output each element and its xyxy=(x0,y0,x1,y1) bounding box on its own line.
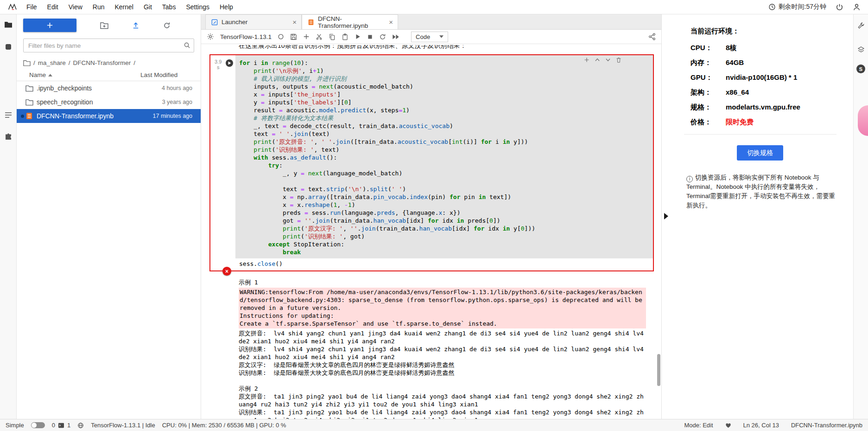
run-all-icon[interactable] xyxy=(392,34,399,40)
breadcrumb-item-dfcnn-transformer[interactable]: DFCNN-Transformer xyxy=(73,59,131,66)
add-cell-icon[interactable] xyxy=(303,33,310,40)
code-line[interactable]: text = ' '.join(text) xyxy=(239,130,649,138)
statusbar-filename: DFCNN-Transformer.ipynb xyxy=(791,422,862,429)
code-line[interactable] xyxy=(239,177,649,185)
delete-cell-icon[interactable] xyxy=(616,57,621,63)
move-up-icon[interactable] xyxy=(595,57,600,63)
markdown-cell-partial[interactable]: 在这里展示出10条语音识别示例：预测拼音及识别结果、原文汉字及识别结果： xyxy=(239,45,661,52)
close-icon[interactable]: × xyxy=(389,19,393,26)
running-sessions[interactable]: 0 1 xyxy=(52,422,70,429)
new-launcher-button[interactable] xyxy=(23,19,76,32)
paste-icon[interactable] xyxy=(342,33,348,40)
run-icon[interactable] xyxy=(355,33,361,40)
file-name: .ipynb_checkpoints xyxy=(37,84,140,92)
user-icon[interactable] xyxy=(853,3,861,11)
home-folder-icon[interactable] xyxy=(23,60,31,66)
spec-row-arch: 架构： x86_64 xyxy=(691,88,853,97)
code-line[interactable]: print('识别结果: ', got) xyxy=(239,232,649,240)
menu-settings[interactable]: Settings xyxy=(181,0,215,14)
menu-file[interactable]: File xyxy=(21,0,42,14)
extensions-icon[interactable] xyxy=(5,133,12,141)
code-line[interactable]: print('原文汉字: ', ''.join(train_data.han_v… xyxy=(239,225,649,232)
notebook-mode[interactable]: Mode: Edit xyxy=(684,422,713,429)
code-line[interactable]: got = ''.join(train_data.han_vocab[idx] … xyxy=(239,217,649,225)
execution-time: 3.9 s xyxy=(215,59,222,70)
tab-launcher[interactable]: Launcher × xyxy=(205,14,302,29)
breadcrumb-item-ma-share[interactable]: ma_share xyxy=(38,59,66,66)
tools-icon[interactable] xyxy=(857,22,865,29)
upload-icon[interactable] xyxy=(132,22,139,29)
code-line[interactable]: preds = sess.run(language.preds, {langua… xyxy=(239,209,649,217)
panel-splitter[interactable] xyxy=(662,14,671,419)
file-row[interactable]: speech_recognition 3 years ago xyxy=(17,95,201,109)
cell-type-select[interactable]: Code xyxy=(411,32,448,42)
code-line[interactable]: y = inputs['the_labels'][0] xyxy=(239,98,649,106)
code-line[interactable]: # 载入训练好的模型, 并进行识别 xyxy=(239,75,649,83)
s-circle-icon[interactable]: S xyxy=(856,64,865,73)
code-line[interactable]: break xyxy=(239,248,649,256)
code-line[interactable]: inputs, outputs = next(acoustic_model_ba… xyxy=(239,83,649,90)
code-line[interactable]: text = text.strip('\n').split(' ') xyxy=(239,185,649,193)
save-icon[interactable] xyxy=(290,33,297,40)
code-line[interactable]: print('原文拼音: ', ' '.join([train_data.aco… xyxy=(239,138,649,146)
refresh-icon[interactable] xyxy=(163,22,171,29)
code-editor-last-line[interactable]: sess.close() xyxy=(235,258,653,270)
menu-view[interactable]: View xyxy=(63,0,88,14)
file-browser-icon[interactable] xyxy=(4,21,13,28)
file-row[interactable]: .ipynb_checkpoints 4 hours ago xyxy=(17,81,201,95)
mascot-sticker-partial[interactable] xyxy=(858,105,868,136)
kernel-settings-icon[interactable] xyxy=(207,33,214,40)
share-icon[interactable] xyxy=(648,33,656,40)
code-line[interactable]: _, text = decode_ctc(result, train_data.… xyxy=(239,122,649,130)
cursor-position[interactable]: Ln 26, Col 13 xyxy=(743,422,779,429)
close-icon[interactable]: × xyxy=(292,19,297,26)
menu-run[interactable]: Run xyxy=(88,0,110,14)
notebook-content[interactable]: 在这里展示出10条语音识别示例：预测拼音及识别结果、原文汉字及识别结果： 3.9… xyxy=(201,44,661,419)
code-line[interactable]: print('\n示例', i+1) xyxy=(239,67,649,75)
insert-cell-icon[interactable] xyxy=(584,57,589,63)
heart-icon[interactable] xyxy=(725,423,731,428)
simple-mode-toggle[interactable] xyxy=(31,422,45,428)
cell-run-indicator-icon[interactable] xyxy=(226,59,233,67)
menu-edit[interactable]: Edit xyxy=(42,0,63,14)
menu-kernel[interactable]: Kernel xyxy=(109,0,138,14)
scrollbar-thumb[interactable] xyxy=(657,354,660,386)
code-line[interactable]: print('识别结果: ', text) xyxy=(239,146,649,154)
menu-help[interactable]: Help xyxy=(215,0,238,14)
layers-icon[interactable] xyxy=(857,46,865,53)
code-line[interactable]: x = np.array([train_data.pin_vocab.index… xyxy=(239,193,649,201)
kernel-status-text[interactable]: TensorFlow-1.13.1 | Idle xyxy=(91,422,155,429)
code-line[interactable]: _, y = next(language_model_batch) xyxy=(239,169,649,177)
tab-notebook[interactable]: DFCNN-Transformer.ipynb × xyxy=(302,14,398,29)
power-icon[interactable] xyxy=(836,3,843,11)
menu-git[interactable]: Git xyxy=(139,0,157,14)
code-line[interactable]: except StopIteration: xyxy=(239,240,649,248)
file-filter-input[interactable] xyxy=(23,39,194,52)
move-down-icon[interactable] xyxy=(605,57,611,63)
code-line[interactable]: result = acoustic.model.predict(x, steps… xyxy=(239,106,649,114)
code-line[interactable]: with sess.as_default(): xyxy=(239,154,649,161)
kernel-name-label[interactable]: TensorFlow-1.13.1 xyxy=(220,33,272,40)
code-line[interactable]: x = inputs['the_inputs'] xyxy=(239,90,649,98)
code-line[interactable]: try: xyxy=(239,161,649,169)
column-last-modified[interactable]: Last Modified xyxy=(140,71,192,78)
table-of-contents-icon[interactable] xyxy=(5,112,12,118)
copy-icon[interactable] xyxy=(329,33,336,40)
stop-icon[interactable] xyxy=(367,34,373,40)
file-row-selected[interactable]: DFCNN-Transformer.ipynb 17 minutes ago xyxy=(17,109,201,123)
cut-icon[interactable] xyxy=(316,33,323,40)
expand-panel-button[interactable] xyxy=(664,213,668,219)
switch-spec-button[interactable]: 切换规格 xyxy=(737,145,783,161)
column-name[interactable]: Name xyxy=(29,71,140,78)
new-folder-icon[interactable] xyxy=(100,22,108,29)
menu-tabs[interactable]: Tabs xyxy=(157,0,181,14)
code-line[interactable]: # 将数字结果转化为文本结果 xyxy=(239,114,649,122)
code-editor[interactable]: for i in range(10): print('\n示例', i+1) #… xyxy=(235,55,653,258)
restart-kernel-icon[interactable] xyxy=(379,33,386,40)
code-cell[interactable]: 3.9 s for i in range(10): print('\n示例', … xyxy=(209,54,654,271)
globe-icon[interactable] xyxy=(77,422,84,429)
notebook-scrollbar[interactable] xyxy=(657,44,661,419)
running-kernels-icon[interactable] xyxy=(5,43,12,51)
code-line[interactable]: sess.close() xyxy=(239,260,649,268)
code-line[interactable]: x = x.reshape(1, -1) xyxy=(239,201,649,209)
